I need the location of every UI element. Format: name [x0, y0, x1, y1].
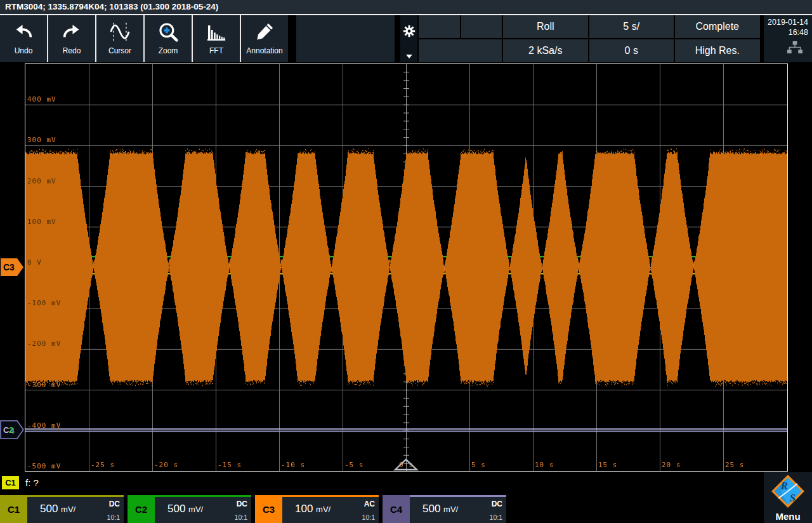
zoom-button[interactable]: Zoom	[145, 15, 192, 62]
title-bar: RTM3004; 1335.8794K04; 101383 (01.300 20…	[0, 0, 812, 14]
menu-label: Menu	[764, 511, 812, 522]
redo-label: Redo	[63, 46, 81, 55]
timebase-cell[interactable]: 5 s/	[589, 15, 674, 38]
channel-c4-settings[interactable]: C4500 mV/DC10:1	[383, 495, 506, 523]
svg-text:S: S	[790, 493, 796, 503]
channel-probe-ratio: 10:1	[490, 513, 502, 521]
channel-tab[interactable]: C4	[383, 495, 410, 523]
c2-c4-position-tag[interactable]: C 4 2	[0, 420, 24, 439]
channel-coupling: DC	[492, 500, 502, 508]
cursor-label: Cursor	[108, 46, 131, 55]
channel-info-box[interactable]: 500 mV/DC10:1	[155, 495, 251, 523]
channel-probe-ratio: 10:1	[235, 513, 247, 521]
undo-label: Undo	[15, 46, 33, 55]
undo-button[interactable]: Undo	[0, 15, 47, 62]
svg-text:C3: C3	[3, 262, 15, 272]
channel-c2-settings[interactable]: C2500 mV/DC10:1	[128, 495, 251, 523]
channel-c3-settings[interactable]: C3100 mV/AC10:1	[255, 495, 379, 523]
fft-label: FFT	[209, 46, 223, 55]
channel-tab[interactable]: C2	[128, 495, 155, 523]
cursor-icon	[109, 21, 131, 43]
oscilloscope-screen: RTM3004; 1335.8794K04; 101383 (01.300 20…	[0, 0, 812, 523]
annotation-label: Annotation	[246, 46, 282, 55]
annotation-icon	[254, 21, 275, 43]
channel-probe-ratio: 10:1	[107, 513, 120, 521]
channel-tab[interactable]: C3	[255, 495, 282, 523]
status-grid: Roll 5 s/ Complete 2 kSa/s 0 s High Res.	[419, 15, 763, 62]
lan-icon	[787, 41, 803, 55]
c3-position-tag[interactable]: C3	[0, 258, 24, 277]
cursor-button[interactable]: Cursor	[96, 15, 143, 62]
sample-rate-cell[interactable]: 2 kSa/s	[503, 39, 588, 62]
menu-button[interactable]: R S Menu	[764, 472, 812, 523]
chevron-down-icon	[406, 55, 412, 58]
resolution-mode-cell[interactable]: High Res.	[675, 39, 760, 62]
channel-coupling: AC	[364, 500, 375, 508]
channel-info-box[interactable]: 100 mV/AC10:1	[282, 495, 379, 523]
annotation-button[interactable]: Annotation	[241, 15, 288, 62]
channel-coupling: DC	[109, 500, 120, 508]
gear-icon	[402, 24, 416, 38]
channel-tab[interactable]: C1	[0, 495, 27, 523]
settings-button[interactable]	[400, 15, 417, 62]
channel-info-box[interactable]: 500 mV/DC10:1	[27, 495, 124, 523]
rs-logo: R S	[770, 473, 806, 510]
redo-button[interactable]: Redo	[48, 15, 95, 62]
time-label: 16:48	[764, 27, 808, 37]
waveform-display[interactable]: 400 mV300 mV200 mV100 mV0 V-100 mV-200 m…	[25, 63, 788, 472]
zoom-icon	[157, 21, 179, 43]
redo-icon	[61, 21, 82, 43]
date-label: 2019-01-14	[764, 17, 808, 27]
datetime-block: 2019-01-14 16:48	[764, 15, 812, 62]
toolbar: Undo Redo Cursor	[0, 15, 812, 62]
status-cell-empty-3	[419, 39, 502, 62]
waveform-canvas-c3[interactable]	[25, 64, 787, 471]
status-cell-empty-2	[461, 15, 502, 38]
status-cell-empty-1	[419, 15, 460, 38]
horizontal-position-cell[interactable]: 0 s	[589, 39, 674, 62]
channel-scale: 100 mV/	[295, 503, 331, 515]
measurement-result: f: ?	[25, 477, 39, 488]
toolbar-buttons: Undo Redo Cursor	[0, 15, 288, 62]
fft-icon	[206, 21, 227, 43]
channel-settings-row: C1500 mV/DC10:1C2500 mV/DC10:1C3100 mV/A…	[0, 495, 763, 523]
channel-coupling: DC	[237, 500, 247, 508]
svg-text:R: R	[780, 480, 788, 491]
channel-info-box[interactable]: 500 mV/DC10:1	[410, 495, 506, 523]
channel-c1-settings[interactable]: C1500 mV/DC10:1	[0, 495, 124, 523]
toolbar-empty-cell	[296, 15, 395, 62]
undo-icon	[13, 21, 34, 43]
channel-scale: 500 mV/	[167, 503, 203, 515]
acquisition-mode-cell[interactable]: Roll	[503, 15, 588, 38]
acquisition-state-cell[interactable]: Complete	[675, 15, 760, 38]
zoom-label: Zoom	[159, 46, 178, 55]
channel-scale: 500 mV/	[40, 503, 75, 515]
measurement-source-badge: C1	[2, 476, 19, 489]
svg-text:2: 2	[9, 425, 13, 435]
channel-probe-ratio: 10:1	[362, 513, 375, 521]
measurement-row: C1 f: ?	[0, 472, 763, 494]
fft-button[interactable]: FFT	[193, 15, 240, 62]
channel-scale: 500 mV/	[422, 503, 458, 515]
